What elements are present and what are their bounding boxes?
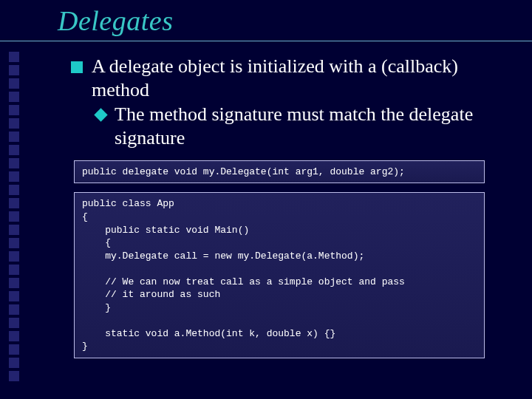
title-bar: Delegates: [0, 0, 532, 41]
bullet-level2: The method signature must match the dele…: [95, 103, 510, 149]
square-bullet-icon: [71, 61, 83, 73]
slide-title: Delegates: [58, 4, 173, 37]
bullet-level1: A delegate object is initialized with a …: [71, 55, 510, 101]
code-block-delegate-decl: public delegate void my.Delegate(int arg…: [74, 160, 485, 184]
decorative-left-column: [9, 52, 21, 384]
diamond-bullet-icon: [94, 109, 107, 122]
slide-content: A delegate object is initialized with a …: [71, 55, 510, 358]
bullet-text: The method signature must match the dele…: [115, 103, 510, 149]
code-block-app-class: public class App { public static void Ma…: [74, 192, 485, 358]
bullet-text: A delegate object is initialized with a …: [92, 55, 510, 101]
